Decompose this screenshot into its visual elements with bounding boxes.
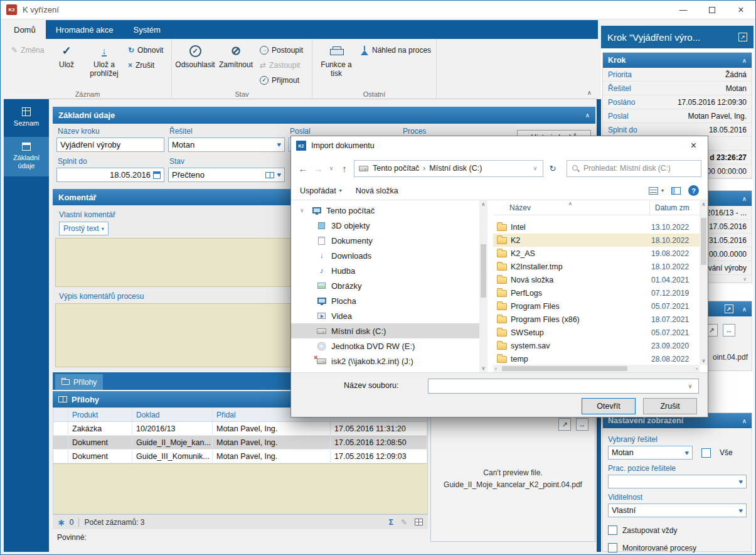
preview-pane-icon[interactable] (671, 187, 681, 195)
organize-button[interactable]: Uspořádat ▾ (300, 186, 342, 195)
file-row[interactable]: Intel13.10.2022 (493, 220, 700, 234)
tab-prilohy[interactable]: Přílohy (55, 374, 103, 390)
tree-item-this-pc[interactable]: ∨ Tento počítač (291, 203, 479, 218)
expander-icon[interactable]: ∨ (300, 207, 307, 213)
close-button[interactable]: × (727, 1, 755, 19)
tree-item-documents[interactable]: Dokumenty (291, 233, 479, 248)
file-row[interactable]: K2_AS19.08.2022 (493, 247, 700, 260)
monitorovane-checkbox[interactable] (608, 543, 617, 552)
odsouhlasit-button[interactable]: ✓ Odsouhlasit (174, 40, 216, 70)
collapse-chevron-icon[interactable]: ∧ (742, 418, 747, 424)
column-marker[interactable] (53, 408, 68, 421)
help-button[interactable]: ? (688, 185, 699, 196)
view-mode-button[interactable]: ▾ (649, 187, 664, 195)
section-krok-header[interactable]: Krok ∧ (603, 53, 752, 68)
sum-sigma-icon[interactable]: Σ (389, 518, 393, 527)
ribbon-collapse-chevron[interactable]: ∧ (587, 89, 592, 96)
dialog-close-button[interactable]: × (679, 136, 708, 155)
stav-field[interactable]: Přečteno ♥ (168, 168, 285, 182)
uloz-a-prohlizej-button[interactable]: ↓ Ulož a prohlížej (83, 40, 125, 78)
file-row[interactable]: K2Installer.tmp18.10.2022 (493, 260, 700, 273)
collapse-chevron-icon[interactable]: ∧ (742, 306, 747, 313)
lookup-icon[interactable]: ♥ (738, 507, 743, 514)
column-produkt[interactable]: Produkt (68, 408, 132, 421)
file-row[interactable]: system.sav23.09.2020 (493, 339, 700, 352)
attachment-row[interactable]: Zakázka 10/2016/13 Motan Pavel, Ing. 17.… (53, 422, 427, 436)
tree-item-downloads[interactable]: ↓ Downloads (291, 248, 479, 263)
collapse-chevron-icon[interactable]: ∧ (742, 195, 747, 202)
basic-data-header[interactable]: Základní údaje ∧ (53, 107, 595, 124)
sidebar-item-zakladni-udaje[interactable]: Základní údaje (4, 137, 49, 176)
postoupit-button[interactable]: → Postoupit (260, 44, 303, 57)
splnit-do-field[interactable]: 18.05.2016 (56, 168, 164, 182)
filename-input[interactable]: ∨ (428, 379, 699, 394)
viditelnost-select[interactable]: Vlastní ♥ (608, 504, 747, 517)
scroll-right-icon[interactable]: › (696, 365, 698, 372)
nahled-na-proces-button[interactable]: Náhled na proces (360, 44, 431, 57)
fit-width-button[interactable]: ↔ (723, 324, 735, 337)
zamitnout-button[interactable]: ⊘ Zamítnout (216, 40, 256, 70)
scrollbar-thumb[interactable] (481, 244, 486, 298)
up-button[interactable]: ↑ (339, 163, 350, 174)
file-row[interactable]: Nová složka01.04.2021 (493, 273, 700, 286)
tree-item-network-drive[interactable]: isk2 (\\jakob.k2.int) (J:) (291, 353, 479, 369)
fit-width-button[interactable]: ↔ (576, 418, 588, 431)
scroll-down-icon[interactable]: ∨ (700, 358, 708, 364)
column-doklad[interactable]: Doklad (132, 408, 213, 421)
scroll-up-icon[interactable]: ∧ (479, 202, 487, 207)
forward-button[interactable]: → (312, 163, 324, 174)
lookup-icon[interactable]: ♥ (277, 171, 281, 178)
scroll-down-icon[interactable]: ∨ (479, 365, 487, 371)
tree-item-3d-objects[interactable]: 3D objekty (291, 218, 479, 233)
new-folder-button[interactable]: Nová složka (356, 186, 398, 195)
prac-pozice-select[interactable]: ♥ (608, 475, 747, 488)
scrollbar-thumb[interactable] (701, 218, 706, 265)
column-date-modified[interactable]: Datum zm (650, 200, 700, 215)
grid-settings-icon[interactable] (415, 519, 423, 525)
resitel-field[interactable]: Motan ♥ (168, 137, 285, 152)
lookup-icon[interactable]: ♥ (277, 141, 281, 148)
breadcrumb-current[interactable]: Místní disk (C:) (429, 164, 482, 173)
recent-locations-dropdown[interactable]: ∨ (327, 165, 335, 171)
column-name[interactable]: ∧ Název (493, 200, 650, 215)
lookup-icon[interactable]: ♥ (738, 478, 743, 485)
undock-icon[interactable]: ↗ (725, 304, 733, 313)
filter-asterisk-icon[interactable]: ∗ (58, 517, 65, 527)
maximize-button[interactable] (698, 1, 727, 19)
funkce-a-tisk-button[interactable]: Funkce a tisk (317, 40, 355, 78)
tab-hromadne-akce[interactable]: Hromadné akce (46, 20, 124, 39)
zastoupit-button[interactable]: ⇄ Zastoupit (260, 59, 300, 72)
nazev-kroku-field[interactable]: Vyjádření výroby (56, 137, 164, 152)
open-button[interactable]: Otevřít (582, 398, 636, 414)
zrusit-button[interactable]: × Zrušit (128, 59, 154, 72)
obnovit-button[interactable]: ↻ Obnovit (128, 44, 163, 57)
collapse-chevron-icon[interactable]: ∧ (742, 57, 747, 64)
tree-item-dvd-drive[interactable]: Jednotka DVD RW (E:) (291, 338, 479, 353)
zastupovat-checkbox[interactable] (608, 525, 617, 535)
file-row-selected[interactable]: K218.10.2022 (493, 234, 700, 247)
calendar-icon[interactable] (153, 171, 161, 179)
sidebar-item-seznam[interactable]: Seznam (4, 102, 49, 133)
minimize-button[interactable]: — (669, 1, 698, 19)
collapse-chevron-icon[interactable]: ∧ (585, 112, 590, 119)
breadcrumb[interactable]: Tento počítač › Místní disk (C:) ∨ (354, 160, 543, 177)
open-in-window-button[interactable]: ↗ (558, 418, 571, 431)
tree-item-music[interactable]: ♪ Hudba (291, 263, 479, 278)
back-button[interactable]: ← (297, 163, 309, 174)
file-row[interactable]: temp28.08.2022 (493, 352, 700, 365)
file-list-horizontal-scrollbar[interactable]: ‹ › (493, 365, 700, 372)
undock-icon[interactable]: ↗ (738, 33, 747, 41)
file-row[interactable]: Program Files (x86)18.07.2021 (493, 313, 700, 326)
prijmout-button[interactable]: ✓ Přijmout (260, 74, 299, 87)
tab-domu[interactable]: Domů (4, 20, 46, 39)
file-row[interactable]: Program Files05.07.2021 (493, 299, 700, 313)
scroll-left-icon[interactable]: ‹ (495, 365, 497, 372)
zmena-button[interactable]: ✎ Změna (11, 44, 44, 57)
comment-format-dropdown[interactable]: Prostý text ▾ (59, 222, 109, 235)
vse-checkbox[interactable] (701, 448, 711, 458)
breadcrumb-dropdown-icon[interactable]: ∨ (531, 165, 539, 171)
scroll-up-icon[interactable]: ∧ (700, 202, 708, 207)
tab-system[interactable]: Systém (123, 20, 170, 39)
attachment-row[interactable]: Dokument Guide_III_Komunik... Motan Pave… (53, 450, 427, 463)
tree-item-pictures[interactable]: Obrázky (291, 278, 479, 293)
